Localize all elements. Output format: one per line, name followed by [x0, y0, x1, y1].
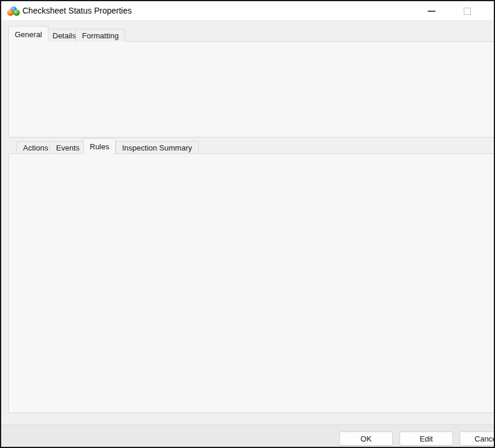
minimize-icon	[428, 11, 435, 12]
tab-actions[interactable]: Actions	[17, 141, 55, 153]
maximize-button[interactable]	[457, 1, 477, 21]
cancel-button[interactable]: Cancel	[460, 431, 495, 446]
cancel-button-label: Cancel	[474, 434, 495, 443]
minimize-button[interactable]	[421, 1, 441, 21]
tab-formatting[interactable]: Formatting	[76, 29, 125, 42]
tab-actions-label: Actions	[23, 143, 48, 152]
title-bar: Checksheet Status Properties	[1, 1, 494, 21]
tab-rules[interactable]: Rules	[83, 138, 116, 154]
tab-general[interactable]: General	[8, 26, 48, 42]
checksheet-status-properties-dialog: Checksheet Status Properties General Det…	[0, 0, 495, 448]
edit-button[interactable]: Edit	[399, 431, 453, 446]
tab-formatting-label: Formatting	[82, 31, 119, 40]
tab-inspection-summary-label: Inspection Summary	[122, 143, 192, 152]
rules-tab-panel	[8, 153, 495, 413]
ok-button[interactable]: OK	[339, 431, 393, 446]
general-tab-panel	[8, 41, 495, 138]
tab-inspection-summary[interactable]: Inspection Summary	[116, 141, 199, 153]
maximize-icon	[464, 8, 471, 15]
tab-details-label: Details	[53, 31, 76, 40]
tab-general-label: General	[15, 30, 42, 39]
tab-rules-label: Rules	[90, 142, 109, 151]
tab-events[interactable]: Events	[50, 141, 86, 153]
app-icon	[7, 6, 20, 17]
edit-button-label: Edit	[419, 434, 432, 443]
tab-events-label: Events	[56, 143, 80, 152]
window-title: Checksheet Status Properties	[22, 1, 132, 21]
ok-button-label: OK	[360, 434, 372, 443]
